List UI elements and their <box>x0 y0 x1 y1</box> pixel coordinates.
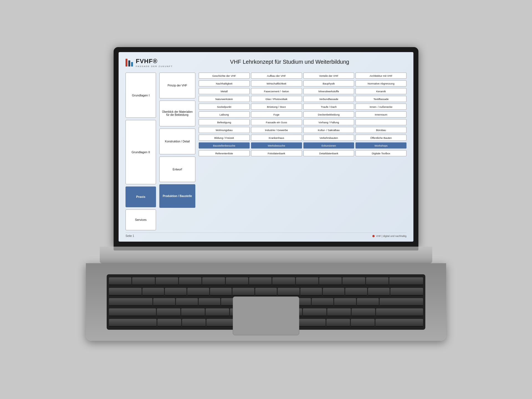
logo-bar-dark <box>128 60 130 66</box>
g1-row2: Nachhaltigkeit Wirtschaftlichkeit Bauphy… <box>199 80 406 86</box>
cell-g2r3c1[interactable]: Befestigung <box>199 119 250 125</box>
logo-bar-red <box>126 59 127 66</box>
cell-g2r2c4[interactable]: Innenraum <box>355 111 406 117</box>
cell-praxis-c1[interactable]: Baustellenbesuche <box>199 142 250 149</box>
cell-g1r2c3[interactable]: Bauphysik <box>303 80 354 86</box>
key <box>165 288 186 296</box>
cell-g2r5c4[interactable]: Öffentliche Bauten <box>355 135 406 141</box>
cell-g2r5c1[interactable]: Bildung / Freizeit <box>199 135 250 141</box>
key <box>389 277 423 285</box>
key-row-1 <box>109 277 423 286</box>
key <box>206 308 229 316</box>
cell-g1r3c1[interactable]: Metall <box>199 88 250 94</box>
cell-g1r1c4[interactable]: Architektur mit VHF <box>355 73 406 79</box>
middle-g1-materialien[interactable]: Überblick der Materialien für die Beklei… <box>159 101 195 126</box>
cell-g2r4c2[interactable]: Industrie / Gewerbe <box>251 127 302 133</box>
key <box>109 319 157 327</box>
middle-g1-prinzip[interactable]: Prinzip der VHF <box>159 73 195 98</box>
cell-services-c3[interactable]: Detaildatenbank <box>303 150 354 156</box>
cell-g1r4c1[interactable]: Naturwerkstein <box>199 96 250 102</box>
cell-g2r4c3[interactable]: Kultur- / Sakralbau <box>303 127 354 133</box>
cell-g1r1c2[interactable]: Aufbau der VHF <box>251 73 302 79</box>
cell-g1r3c4[interactable]: Keramik <box>355 88 406 94</box>
cell-g1r2c1[interactable]: Nachhaltigkeit <box>199 80 250 86</box>
laptop: FVHF® FASSADE DER ZUKUNFT VHF Lehrkonzep… <box>86 47 446 352</box>
key <box>278 288 299 296</box>
cell-g2r3c3[interactable]: Vorhang / Fallung <box>303 119 354 125</box>
cell-services-c1[interactable]: Referentenliste <box>199 150 250 156</box>
cell-praxis-c3[interactable]: Exkursionen <box>303 142 354 149</box>
cell-g2r1c3[interactable]: Traufe / Dach <box>303 104 354 110</box>
g2-row1: Sockelpunkt Brüstung / Sturz Traufe / Da… <box>199 104 406 110</box>
cell-g1r4c3[interactable]: Verbundfassade <box>303 96 354 102</box>
key <box>376 308 423 316</box>
key <box>226 277 248 285</box>
key <box>380 298 423 306</box>
footer-dot <box>372 235 375 237</box>
cell-g2r4c1[interactable]: Wohnungsbau <box>199 127 250 133</box>
key <box>132 277 155 285</box>
cell-g1r4c2[interactable]: Glas / Photovoltaik <box>251 96 302 102</box>
key <box>368 288 390 296</box>
middle-g2-entwurf[interactable]: Entwurf <box>159 157 195 182</box>
key <box>109 277 131 285</box>
touchpad[interactable] <box>233 296 299 335</box>
cell-g1r2c2[interactable]: Wirtschaftlichkeit <box>251 80 302 86</box>
middle-spacer <box>159 210 195 230</box>
footer-page: Seite 1 <box>126 234 134 237</box>
logo-subtitle: FASSADE DER ZUKUNFT <box>136 65 173 68</box>
g2-row3: Befestigung Fassade ein Guss Vorhang / F… <box>199 119 406 125</box>
cell-services-c4[interactable]: Digitale Toolbox <box>355 150 406 156</box>
key <box>351 319 375 327</box>
cell-praxis-c2[interactable]: Werksbesuche <box>251 142 302 149</box>
logo-text: FVHF® FASSADE DER ZUKUNFT <box>136 58 173 68</box>
cell-g1r3c3[interactable]: Mineralwerkstoffe <box>303 88 354 94</box>
key <box>153 298 175 306</box>
section-grundlagen2[interactable]: Grundlagen II <box>126 120 156 184</box>
key <box>300 288 322 296</box>
cell-g2r1c2[interactable]: Brüstung / Sturz <box>251 104 302 110</box>
cell-g2r1c4[interactable]: Innen- / Außenecke <box>355 104 406 110</box>
cell-services-c2[interactable]: Fotodatenbank <box>251 150 302 156</box>
cell-g2r3c2[interactable]: Fassade ein Guss <box>251 119 302 125</box>
key <box>109 298 152 306</box>
key <box>210 288 232 296</box>
cell-g2r2c2[interactable]: Fuge <box>251 111 302 117</box>
section-praxis[interactable]: Praxis <box>126 186 156 207</box>
section-services[interactable]: Services <box>126 209 156 230</box>
key <box>342 277 365 285</box>
key <box>157 319 181 327</box>
cell-g1r1c1[interactable]: Geschichte der VHF <box>199 73 250 79</box>
main-grid: Grundlagen I Grundlagen II Praxis Servic… <box>126 73 406 230</box>
cell-praxis-c4[interactable]: Workshops <box>355 142 406 149</box>
cell-g2r2c1[interactable]: Laibung <box>199 111 250 117</box>
key <box>345 288 367 296</box>
logo-area: FVHF® FASSADE DER ZUKUNFT <box>126 58 173 68</box>
cell-g1r2c4[interactable]: Normative Abgrenzung <box>355 80 406 86</box>
cell-g2r1c1[interactable]: Sockelpunkt <box>199 104 250 110</box>
key <box>323 288 344 296</box>
key <box>249 277 272 285</box>
cell-g2r4c4[interactable]: Bürobau <box>355 127 406 133</box>
cell-g2r5c3[interactable]: Verkehrsbauten <box>303 135 354 141</box>
key <box>176 298 198 306</box>
key <box>375 319 423 327</box>
screen-content: FVHF® FASSADE DER ZUKUNFT VHF Lehrkonzep… <box>119 52 413 242</box>
laptop-base <box>100 247 432 263</box>
cell-g1r1c3[interactable]: Vorteile der VHF <box>303 73 354 79</box>
g1-row4: Naturwerkstein Glas / Photovoltaik Verbu… <box>199 96 406 102</box>
logo-bar-blue <box>131 62 133 66</box>
middle-praxis[interactable]: Produktion / Baustelle <box>159 184 195 208</box>
middle-g2-konstruktion[interactable]: Konstruktion / Detail <box>159 129 195 154</box>
section-grundlagen1[interactable]: Grundlagen I <box>126 73 156 118</box>
middle-col: Prinzip der VHF Überblick der Materialie… <box>159 73 195 230</box>
key <box>303 308 326 316</box>
key <box>179 277 201 285</box>
cell-g1r3c2[interactable]: Faserzement / -beton <box>251 88 302 94</box>
cell-g2r3c4 <box>355 119 406 125</box>
key <box>366 277 388 285</box>
cell-g2r5c2[interactable]: Krankenhaus <box>251 135 302 141</box>
cell-g2r2c3[interactable]: Deckenbekleidung <box>303 111 354 117</box>
services-row: Referentenliste Fotodatenbank Detaildate… <box>199 150 406 156</box>
cell-g1r4c4[interactable]: Textilfassade <box>355 96 406 102</box>
